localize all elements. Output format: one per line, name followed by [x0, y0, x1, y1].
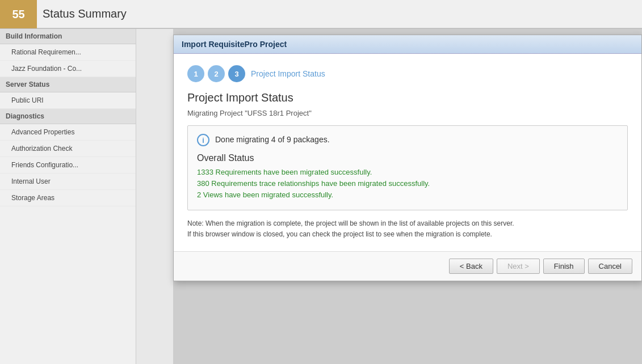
dialog-footer: < Back Next > Finish Cancel — [174, 251, 641, 281]
status-line-3: 2 Views have been migrated successfully. — [197, 191, 618, 199]
sidebar-item-jazz-foundation[interactable]: Jazz Foundation - Co... — [0, 61, 136, 77]
back-button[interactable]: < Back — [449, 259, 493, 274]
sidebar-item-public-uri[interactable]: Public URI — [0, 92, 136, 109]
wizard-step-3: 3 — [228, 65, 245, 82]
sidebar-item-authorization-check[interactable]: Authorization Check — [0, 141, 136, 157]
right-panel: Import RequisitePro Project 1 2 — [136, 29, 642, 364]
sidebar-item-rational-requirements[interactable]: Rational Requiremen... — [0, 44, 136, 61]
sidebar-section-diagnostics: Diagnostics — [0, 109, 136, 124]
top-title-row: 55 Status Summary — [0, 0, 642, 29]
main-body: Build Information Rational Requiremen...… — [0, 29, 642, 364]
info-box: i Done migrating 4 of 9 packages. Overal… — [187, 125, 628, 210]
info-icon: i — [197, 134, 209, 146]
sidebar: Build Information Rational Requiremen...… — [0, 29, 136, 364]
sidebar-item-storage-areas[interactable]: Storage Areas — [0, 190, 136, 206]
info-box-header: i Done migrating 4 of 9 packages. — [197, 134, 618, 146]
dialog-body: 1 2 3 Project Import Status — [174, 54, 641, 251]
sidebar-item-internal-user[interactable]: Internal User — [0, 173, 136, 190]
page-title: Status Summary — [37, 0, 642, 28]
sidebar-item-friends-configuration[interactable]: Friends Configuratio... — [0, 157, 136, 173]
import-dialog: Import RequisitePro Project 1 2 — [173, 35, 642, 281]
note-text: Note: When the migration is complete, th… — [187, 218, 628, 240]
status-line-2: 380 Requirements trace relationships hav… — [197, 179, 618, 188]
next-button[interactable]: Next > — [497, 259, 540, 274]
dialog-main-title: Project Import Status — [187, 91, 628, 104]
status-line-1: 1333 Requirements have been migrated suc… — [197, 168, 618, 176]
dialog-subtitle: Migrating Project "UFSS 18r1 Project" — [187, 109, 628, 117]
sidebar-section-build-info: Build Information — [0, 29, 136, 44]
wizard-steps: 1 2 3 Project Import Status — [187, 65, 628, 82]
sidebar-item-advanced-properties[interactable]: Advanced Properties — [0, 124, 136, 141]
finish-button[interactable]: Finish — [543, 259, 585, 274]
overall-status-title: Overall Status — [197, 153, 618, 163]
badge-icon: 55 — [0, 0, 37, 28]
wizard-step-label: Project Import Status — [251, 69, 325, 78]
app-root: 55 Status Summary Build Information Rati… — [0, 0, 642, 364]
info-main-text: Done migrating 4 of 9 packages. — [215, 134, 330, 144]
wizard-step-2: 2 — [208, 65, 225, 82]
wizard-step-1: 1 — [187, 65, 204, 82]
dialog-overlay: Import RequisitePro Project 1 2 — [173, 29, 642, 364]
sidebar-section-server-status: Server Status — [0, 77, 136, 92]
dialog-title-bar: Import RequisitePro Project — [174, 35, 641, 54]
cancel-button[interactable]: Cancel — [588, 259, 632, 274]
